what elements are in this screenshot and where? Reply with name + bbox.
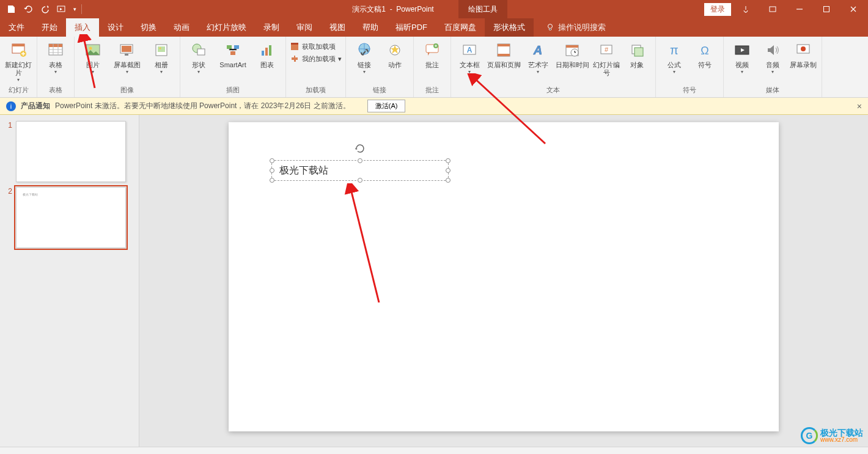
shapes-button[interactable]: 形状▾ [184, 38, 213, 75]
svg-rect-6 [12, 44, 24, 46]
tab-home[interactable]: 开始 [33, 18, 66, 37]
resize-handle[interactable] [446, 178, 451, 183]
my-addins-button[interactable]: 我的加载项 ▾ [290, 54, 342, 64]
chart-button[interactable]: 图表 [252, 38, 282, 69]
table-button[interactable]: 表格▾ [41, 38, 70, 75]
tell-me-search[interactable]: 操作说明搜索 [546, 22, 606, 33]
redo-icon[interactable] [39, 3, 51, 15]
mic-icon[interactable] [734, 0, 758, 18]
undo-icon[interactable] [22, 3, 34, 15]
object-button[interactable]: 对象 [622, 38, 652, 69]
info-icon: i [6, 101, 16, 111]
save-icon[interactable] [5, 3, 17, 15]
rotate-handle-icon[interactable] [354, 142, 366, 155]
slide-canvas-area[interactable]: 极光下载站 [139, 115, 868, 447]
action-icon [385, 40, 405, 60]
screenshot-button[interactable]: 屏幕截图▾ [109, 38, 145, 75]
work-area: 1 2 极光下载站 极光下载站 [0, 115, 868, 447]
slide-thumbnail-2[interactable]: 极光下载站 [16, 187, 126, 248]
textbox-text[interactable]: 极光下载站 [279, 164, 328, 177]
watermark-logo-icon: G [801, 427, 818, 444]
svg-rect-3 [824, 7, 829, 12]
svg-rect-16 [158, 46, 165, 52]
slide-number-button[interactable]: # 幻灯片编号 [592, 38, 621, 77]
msgbar-close-icon[interactable]: × [857, 101, 862, 111]
tab-baidu[interactable]: 百度网盘 [436, 18, 485, 37]
tab-animations[interactable]: 动画 [165, 18, 198, 37]
table-icon [46, 40, 65, 60]
video-button[interactable]: 视频▾ [727, 38, 757, 75]
contextual-tab-group: 绘图工具 [458, 0, 507, 18]
login-button[interactable]: 登录 [704, 3, 731, 16]
resize-handle[interactable] [270, 158, 274, 163]
link-button[interactable]: 链接▾ [350, 38, 379, 75]
activate-button[interactable]: 激活(A) [367, 100, 406, 112]
pictures-button[interactable]: 图片▾ [78, 38, 108, 75]
resize-handle[interactable] [358, 158, 362, 163]
tab-shape-format[interactable]: 形状格式 [485, 18, 534, 37]
qat-customize-icon[interactable]: ▾ [73, 6, 76, 12]
tab-insert[interactable]: 插入 [66, 18, 99, 37]
album-button[interactable]: 相册▾ [147, 38, 176, 75]
audio-button[interactable]: 音频▾ [758, 38, 787, 75]
group-text: 文本 [455, 84, 652, 97]
group-media: 媒体 [727, 84, 818, 97]
svg-point-4 [548, 24, 553, 29]
tab-transitions[interactable]: 切换 [132, 18, 165, 37]
svg-text:π: π [670, 43, 679, 57]
slide[interactable]: 极光下载站 [229, 122, 779, 431]
group-tables: 表格 [41, 84, 70, 97]
svg-rect-13 [122, 46, 131, 52]
resize-handle[interactable] [358, 178, 362, 183]
header-footer-button[interactable]: 页眉和页脚 [485, 38, 522, 69]
datetime-button[interactable]: 日期和时间 [554, 38, 590, 69]
textbox-button[interactable]: A 文本框▾ [455, 38, 484, 75]
svg-rect-1 [770, 7, 776, 12]
slide-panel[interactable]: 1 2 极光下载站 [0, 115, 139, 447]
link-icon [355, 40, 374, 60]
new-slide-button[interactable]: 新建幻灯片▾ [4, 38, 33, 83]
slide-thumbnail-1[interactable] [16, 121, 126, 182]
datetime-icon [562, 40, 582, 60]
audio-icon [763, 40, 782, 60]
close-icon[interactable] [841, 0, 866, 18]
tab-help[interactable]: 帮助 [354, 18, 387, 37]
svg-rect-14 [125, 54, 128, 56]
thumb-number-2: 2 [5, 187, 12, 248]
msgbar-text: PowerPoint 未激活。若要无中断地继续使用 PowerPoint，请在 … [55, 101, 350, 111]
ribbon: 新建幻灯片▾ 幻灯片 表格▾ 表格 图片▾ 屏幕截图▾ 相册▾ [0, 37, 868, 98]
smartart-button[interactable]: SmartArt [215, 38, 251, 69]
maximize-icon[interactable] [814, 0, 839, 18]
tab-design[interactable]: 设计 [99, 18, 132, 37]
textbox[interactable]: 极光下载站 [271, 160, 449, 181]
tab-foxit[interactable]: 福昕PDF [387, 18, 436, 37]
ribbon-display-icon[interactable] [760, 0, 785, 18]
action-button[interactable]: 动作 [380, 38, 410, 69]
smartart-icon [223, 40, 243, 60]
group-links: 链接 [350, 84, 410, 97]
comment-button[interactable]: 批注 [417, 38, 447, 69]
resize-handle[interactable] [446, 158, 451, 163]
resize-handle[interactable] [270, 168, 274, 173]
get-addins-button[interactable]: 获取加载项 [290, 42, 342, 51]
tab-record[interactable]: 录制 [255, 18, 288, 37]
tab-view[interactable]: 视图 [321, 18, 354, 37]
screen-recording-button[interactable]: 屏幕录制 [789, 38, 818, 69]
resize-handle[interactable] [446, 168, 451, 173]
minimize-icon[interactable] [787, 0, 812, 18]
svg-rect-23 [262, 51, 264, 56]
tab-file[interactable]: 文件 [0, 18, 33, 37]
lightbulb-icon [546, 23, 554, 32]
chart-icon [257, 40, 277, 60]
start-from-beginning-icon[interactable] [56, 3, 68, 15]
tab-review[interactable]: 审阅 [288, 18, 321, 37]
wordart-button[interactable]: A 艺术字▾ [523, 38, 553, 75]
screenshot-icon [117, 40, 137, 60]
svg-point-17 [160, 48, 161, 49]
equation-button[interactable]: π 公式▾ [660, 38, 689, 75]
resize-handle[interactable] [270, 178, 274, 183]
thumb-number-1: 1 [5, 121, 12, 182]
tab-slideshow[interactable]: 幻灯片放映 [198, 18, 255, 37]
symbol-button[interactable]: Ω 符号 [690, 38, 719, 69]
ribbon-tabs: 文件 开始 插入 设计 切换 动画 幻灯片放映 录制 审阅 视图 帮助 福昕PD… [0, 18, 868, 37]
